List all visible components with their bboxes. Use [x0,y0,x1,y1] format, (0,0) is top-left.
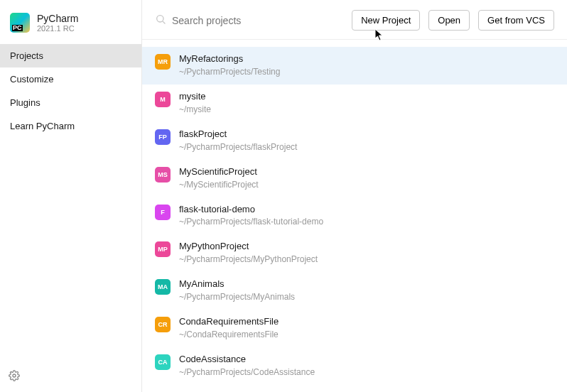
project-path: ~/PycharmProjects/flaskProject [179,141,297,153]
sidebar-nav: ProjectsCustomizePluginsLearn PyCharm [0,44,141,138]
svg-point-1 [157,16,163,22]
project-name: CondaRequirementsFile [179,316,279,328]
project-path: ~/PycharmProjects/CodeAssistance [179,366,315,379]
project-initials-icon: MP [155,241,171,257]
app-version: 2021.1 RC [37,24,78,33]
project-row[interactable]: Fflask-tutorial-demo~/PycharmProjects/fl… [142,197,567,235]
sidebar-item-label: Plugins [10,97,40,108]
sidebar-item-projects[interactable]: Projects [0,44,141,67]
sidebar-item-plugins[interactable]: Plugins [0,91,141,114]
svg-point-0 [13,374,16,377]
project-row[interactable]: FPflaskProject~/PycharmProjects/flaskPro… [142,122,567,160]
project-row[interactable]: Mmysite~/mysite [142,85,567,122]
app-logo-icon [10,13,30,33]
project-row[interactable]: MAMyAnimals~/PycharmProjects/MyAnimals [142,272,567,310]
project-initials-icon: CR [155,317,171,332]
get-from-vcs-button[interactable]: Get from VCS [478,10,554,31]
topbar: New Project Open Get from VCS [142,0,567,40]
new-project-button[interactable]: New Project [352,10,420,31]
project-row[interactable]: CACodeAssistance~/PycharmProjects/CodeAs… [142,347,567,385]
search-icon [155,13,166,27]
sidebar-item-label: Customize [10,74,53,85]
search-input[interactable] [172,15,343,26]
app-logo-block: PyCharm 2021.1 RC [0,0,141,44]
open-button[interactable]: Open [428,10,470,31]
project-name: MyScientificProject [179,166,259,178]
project-row[interactable]: CRCondaRequirementsFile~/CondaRequiremen… [142,310,567,347]
project-name: MyAnimals [179,278,295,290]
project-name: CodeAssistance [179,354,315,366]
project-name: mysite [179,91,211,103]
project-initials-icon: FP [155,129,171,145]
project-initials-icon: MA [155,279,171,295]
project-initials-icon: F [155,205,171,220]
project-path: ~/MyScientificProject [179,178,259,191]
project-name: flask-tutorial-demo [179,204,323,216]
project-row[interactable]: MPMyPythonProject~/PycharmProjects/MyPyt… [142,234,567,272]
app-name: PyCharm [37,13,78,24]
project-initials-icon: CA [155,354,171,370]
project-path: ~/PycharmProjects/Testing [179,65,280,78]
sidebar-item-label: Projects [10,50,43,61]
sidebar-item-label: Learn PyCharm [10,121,75,131]
sidebar: PyCharm 2021.1 RC ProjectsCustomizePlugi… [0,0,142,392]
project-row[interactable]: MRMyRefactorings~/PycharmProjects/Testin… [142,47,567,85]
project-row[interactable]: MSMyScientificProject~/MyScientificProje… [142,160,567,197]
sidebar-item-customize[interactable]: Customize [0,67,141,91]
project-path: ~/CondaRequirementsFile [179,328,279,341]
project-path: ~/PycharmProjects/MyPythonProject [179,253,318,266]
search-box[interactable] [155,13,343,27]
svg-line-2 [163,21,165,23]
project-initials-icon: MS [155,167,171,183]
project-initials-icon: M [155,92,171,107]
sidebar-item-learn-pycharm[interactable]: Learn PyCharm [0,114,141,138]
project-initials-icon: MR [155,54,171,70]
project-path: ~/mysite [179,103,211,116]
project-name: MyRefactorings [179,53,280,65]
main: New Project Open Get from VCS MRMyRefact… [142,0,567,392]
project-list: MRMyRefactorings~/PycharmProjects/Testin… [142,40,567,392]
project-name: MyPythonProject [179,241,318,253]
project-path: ~/PycharmProjects/flask-tutorial-demo [179,215,323,228]
project-name: flaskProject [179,129,297,141]
sidebar-bottom [0,361,141,392]
project-path: ~/PycharmProjects/MyAnimals [179,290,295,303]
gear-icon[interactable] [9,373,20,383]
